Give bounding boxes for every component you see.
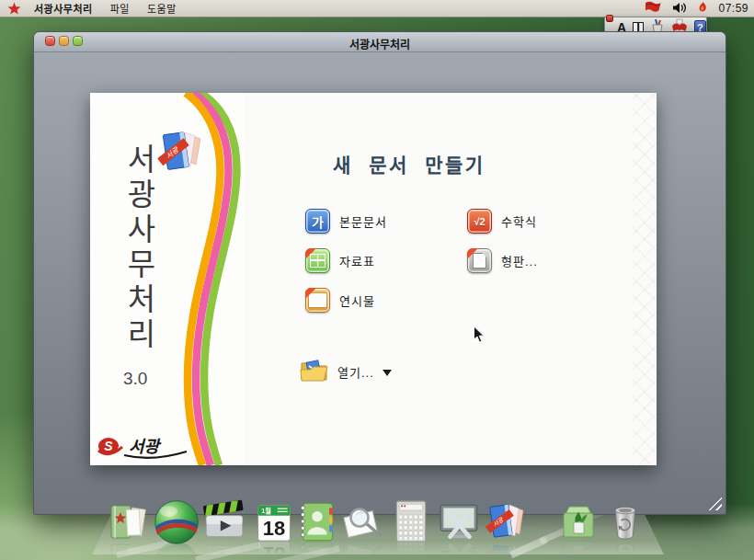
utilities-box-icon [555, 498, 601, 543]
newdoc-item-text-document[interactable]: 가 본문문서 [305, 209, 387, 234]
dock-item-calculator[interactable] [388, 498, 434, 544]
brand-text: 서광 [129, 438, 162, 456]
trash-icon [605, 498, 645, 544]
presentation-icon [305, 288, 330, 313]
system-tools-icon [436, 498, 482, 544]
new-document-dialog: 서광 서광사무처리 3.0 S 서광 [90, 93, 657, 465]
dialog-content: 새 문서 만들기 가 본문문서 √2 수학식 자료표 형판... [245, 93, 657, 465]
svg-text:S: S [104, 439, 113, 453]
newdoc-label: 형판... [501, 252, 538, 269]
desktop: 서광사무처리 파일 도움말 07:59 A ? 서광사무처리 [0, 0, 754, 560]
documents-icon [107, 498, 151, 544]
newdoc-item-spreadsheet[interactable]: 자료표 [305, 248, 375, 273]
background-texture [633, 93, 657, 465]
math-formula-icon: √2 [467, 209, 492, 234]
menubar-tray: 07:59 [644, 1, 748, 16]
sogwang-office-icon: 서광 [485, 498, 529, 544]
template-icon [467, 248, 492, 273]
newdoc-label: 연시물 [339, 291, 375, 309]
newdoc-item-math-formula[interactable]: √2 수학식 [467, 209, 537, 234]
dock-item-browser[interactable] [153, 498, 200, 546]
red-star-icon[interactable] [7, 2, 21, 16]
palette-close-button[interactable] [606, 15, 613, 22]
clock: 07:59 [718, 2, 748, 15]
dialog-heading: 새 문서 만들기 [333, 150, 486, 177]
splash-panel: 서광 서광사무처리 3.0 S 서광 [90, 93, 245, 465]
flame-icon[interactable] [697, 1, 708, 16]
window-titlebar[interactable]: 서광사무처리 [34, 32, 725, 52]
menu-app[interactable]: 서광사무처리 [34, 1, 93, 16]
calendar-month: 1월 [261, 507, 271, 515]
resize-grip[interactable] [708, 497, 722, 510]
globe-browser-icon [153, 498, 200, 546]
calendar-icon: 1월 18 [254, 500, 294, 544]
open-folder-icon [300, 358, 328, 386]
dock-item-sogwang-office[interactable]: 서광 [485, 498, 529, 544]
splash-version: 3.0 [123, 369, 147, 389]
menu-bar: 서광사무처리 파일 도움말 07:59 [0, 0, 754, 17]
mouse-cursor [473, 326, 486, 348]
flag-icon[interactable] [644, 1, 662, 16]
window-title: 서광사무처리 [34, 36, 725, 51]
newdoc-label: 자료표 [339, 252, 375, 269]
splash-vertical-title: 서광사무처리 [117, 143, 161, 373]
media-player-icon [200, 498, 248, 544]
dock-item-system-tools[interactable] [436, 498, 482, 544]
menu-help[interactable]: 도움말 [147, 1, 177, 16]
address-book-icon [294, 498, 340, 544]
dock-item-address-book[interactable] [294, 498, 340, 544]
calculator-icon [388, 498, 434, 544]
open-document-button[interactable]: 열기... [300, 358, 392, 386]
dock-item-media-player[interactable] [200, 498, 248, 544]
app-badge-icon: 서광 [156, 126, 208, 183]
newdoc-item-presentation[interactable]: 연시물 [305, 288, 375, 313]
app-window: 서광사무처리 [33, 31, 726, 515]
open-label: 열기... [337, 363, 374, 381]
newdoc-label: 본문문서 [339, 212, 387, 230]
dock-item-utilities[interactable] [555, 498, 601, 543]
menu-file[interactable]: 파일 [110, 1, 130, 16]
newdoc-label: 수학식 [501, 212, 537, 230]
dock-item-documents[interactable] [107, 498, 151, 544]
newdoc-item-template[interactable]: 형판... [467, 248, 538, 273]
dropdown-caret-icon [383, 370, 392, 376]
search-icon [340, 498, 384, 544]
dock-item-trash[interactable] [605, 498, 645, 544]
volume-icon[interactable] [672, 2, 687, 16]
dock-item-search[interactable] [340, 498, 384, 544]
spreadsheet-icon [305, 248, 330, 273]
text-document-icon: 가 [305, 209, 330, 234]
dock-item-calendar[interactable]: 1월 18 [254, 500, 294, 544]
calendar-day: 18 [263, 517, 285, 540]
brand-logo: S 서광 [96, 431, 189, 465]
